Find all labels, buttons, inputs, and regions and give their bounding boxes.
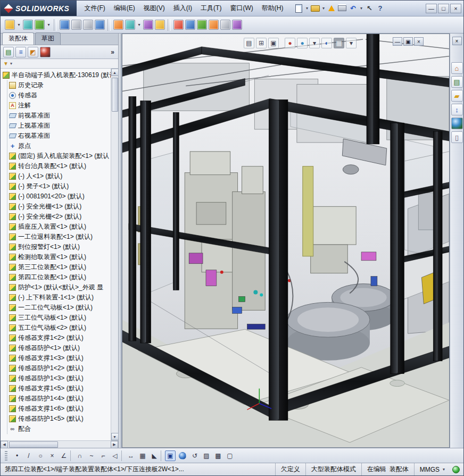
sketch-spline-icon[interactable]: ~ bbox=[86, 450, 97, 461]
tree-root-item[interactable]: 半自动端子插入机装配-130619 (默认 bbox=[3, 70, 111, 80]
smart-dimension-icon[interactable]: ↔ bbox=[126, 450, 136, 461]
section-view-icon[interactable]: ▩ bbox=[213, 450, 223, 461]
open-dropdown-icon[interactable]: ▾ bbox=[321, 4, 326, 13]
mate-icon[interactable] bbox=[23, 20, 33, 30]
tree-item[interactable]: (固定) 插入机底架装配<1> (默认 bbox=[9, 151, 111, 161]
explode-line-sketch-icon[interactable] bbox=[185, 20, 195, 30]
rotate-component-icon[interactable] bbox=[83, 20, 93, 30]
rebuild-alert-icon[interactable] bbox=[327, 4, 336, 13]
resource-monitor-icon[interactable] bbox=[452, 466, 460, 473]
measure-icon[interactable] bbox=[209, 20, 219, 30]
filter-funnel-icon[interactable]: ▼ bbox=[3, 61, 9, 66]
smart-fasteners-icon[interactable] bbox=[60, 20, 70, 30]
document-restore-button[interactable]: ▣ bbox=[403, 37, 413, 46]
toolbar-separator[interactable] bbox=[54, 19, 57, 31]
3d-contentcentral-icon[interactable]: ● bbox=[451, 118, 463, 129]
toolbar-separator[interactable] bbox=[107, 19, 111, 31]
tree-item[interactable]: 插座压入装置<1> (默认) bbox=[9, 222, 111, 232]
scroll-right-button[interactable]: ▶ bbox=[111, 441, 118, 448]
tree-item[interactable]: 右视基准面 bbox=[9, 131, 111, 141]
tree-item[interactable]: 一工位退料装配<1> (默认) bbox=[9, 232, 111, 242]
tree-item[interactable]: 前视基准面 bbox=[9, 111, 111, 121]
hide-show-items-icon[interactable]: ◐ bbox=[321, 38, 332, 48]
new-document-icon[interactable] bbox=[294, 4, 303, 13]
sketch-point-icon[interactable]: • bbox=[12, 450, 22, 461]
scroll-thumb-horizontal[interactable] bbox=[9, 441, 58, 448]
tree-item[interactable]: 传感器支撑1<3> (默认) bbox=[9, 353, 111, 363]
insert-component-icon[interactable] bbox=[5, 20, 15, 30]
show-hidden-components-icon[interactable] bbox=[95, 20, 105, 30]
tree-item[interactable]: 传感器 bbox=[9, 90, 111, 101]
tree-item[interactable]: 传感器防护1<4> (默认) bbox=[9, 394, 111, 404]
file-explorer-icon[interactable]: ▰ bbox=[451, 90, 463, 102]
display-style-dropdown-icon[interactable]: ▾ bbox=[309, 38, 320, 48]
sketch-circle-icon[interactable]: ○ bbox=[35, 450, 46, 461]
mass-properties-icon[interactable] bbox=[220, 20, 230, 30]
document-minimize-button[interactable]: — bbox=[393, 37, 402, 46]
tree-item[interactable]: 一二工位气动板<1> (默认) bbox=[9, 303, 111, 313]
menu-item[interactable]: 编辑(E) bbox=[110, 1, 139, 15]
new-motion-study-icon[interactable] bbox=[143, 20, 153, 30]
menu-item[interactable]: 工具(T) bbox=[196, 1, 226, 15]
grid-snap-icon[interactable]: ▦ bbox=[137, 450, 148, 461]
display-style-icon[interactable]: ● bbox=[297, 38, 308, 48]
tree-item[interactable]: 传感器支撑1<6> (默认) bbox=[9, 404, 111, 414]
toolbar-separator[interactable] bbox=[168, 19, 171, 31]
tree-item[interactable]: 配合 bbox=[9, 424, 111, 434]
zoom-to-area-icon[interactable]: ⊞ bbox=[256, 38, 267, 48]
shaded-with-edges-icon[interactable]: ▣ bbox=[165, 450, 176, 461]
tree-item[interactable]: 防护<1> (默认<默认>_外观 显 bbox=[9, 282, 111, 293]
tree-item[interactable]: 传感器防护1<5> (默认) bbox=[9, 414, 111, 424]
tree-item[interactable]: 传感器支撑1<5> (默认) bbox=[9, 383, 111, 394]
menu-item[interactable]: 文件(F) bbox=[80, 1, 109, 15]
bottom-toolbar-separator[interactable] bbox=[121, 450, 125, 461]
previous-view-icon[interactable]: ▣ bbox=[268, 38, 279, 48]
select-pointer-icon[interactable]: ↖ bbox=[364, 4, 374, 13]
toolbar-drag-handle[interactable] bbox=[5, 451, 7, 461]
tree-item[interactable]: (-) 安全光栅<1> (默认) bbox=[9, 202, 111, 212]
full-screen-icon[interactable]: ▢ bbox=[225, 450, 235, 461]
tree-item[interactable]: 上视基准面 bbox=[9, 121, 111, 131]
status-units[interactable]: MMGS ▾ bbox=[414, 463, 450, 475]
panel-overflow-button[interactable]: » bbox=[111, 48, 115, 56]
menu-item[interactable]: 视图(V) bbox=[139, 1, 169, 15]
tree-item[interactable]: 传感器防护1<3> (默认) bbox=[9, 373, 111, 383]
open-icon[interactable] bbox=[310, 4, 320, 13]
tree-item[interactable]: 传感器支撑1<2> (默认) bbox=[9, 333, 111, 343]
tree-item[interactable]: 到位报警灯<1> (默认) bbox=[9, 242, 111, 252]
tree-item[interactable]: 传感器防护<1> (默认) bbox=[9, 343, 111, 353]
image-capture-icon[interactable]: ▨ bbox=[201, 450, 212, 461]
bill-of-materials-icon[interactable] bbox=[155, 20, 165, 30]
sketch-arc-icon[interactable]: ∩ bbox=[74, 450, 85, 461]
reference-geometry-dropdown-icon[interactable]: ▾ bbox=[137, 20, 142, 30]
sketch-line-icon[interactable]: / bbox=[23, 450, 34, 461]
apply-scene-icon[interactable]: ▦ bbox=[334, 38, 344, 48]
maximize-button[interactable]: □ bbox=[438, 4, 449, 13]
exploded-view-icon[interactable] bbox=[173, 20, 184, 30]
panel-tab[interactable]: 草图 bbox=[35, 32, 61, 45]
insert-component-dropdown-icon[interactable]: ▾ bbox=[16, 20, 21, 30]
close-button[interactable]: × bbox=[450, 4, 461, 13]
menu-item[interactable]: 窗口(W) bbox=[226, 1, 257, 15]
undo-icon[interactable]: ↶ bbox=[348, 4, 358, 13]
headsup-separator[interactable] bbox=[280, 38, 283, 48]
sketch-fillet-icon[interactable]: ⌐ bbox=[98, 450, 109, 461]
sketch-angle-icon[interactable]: ∠ bbox=[59, 450, 69, 461]
sketch-trim-icon[interactable]: × bbox=[47, 450, 57, 461]
menu-item[interactable]: 帮助(H) bbox=[258, 1, 288, 15]
tree-item[interactable]: 注解 bbox=[9, 101, 111, 111]
assembly-features-icon[interactable] bbox=[113, 20, 123, 30]
tree-item[interactable]: (-) 0081901<20> (默认) bbox=[9, 191, 111, 202]
tree-item[interactable]: (-) 上下料装置-1<1> (默认) bbox=[9, 293, 111, 303]
chamfer-icon[interactable]: ◣ bbox=[149, 450, 160, 461]
design-library-icon[interactable]: ▤ bbox=[451, 76, 463, 88]
tree-item[interactable]: (-) 安全光栅<2> (默认) bbox=[9, 212, 111, 222]
bottom-toolbar-separator[interactable] bbox=[161, 450, 164, 461]
tree-horizontal-scrollbar[interactable]: ◀ ▶ bbox=[1, 440, 118, 448]
sketch-mirror-icon[interactable]: ◁ bbox=[110, 450, 120, 461]
tree-item[interactable]: 原点 bbox=[9, 141, 111, 151]
interference-detection-icon[interactable] bbox=[197, 20, 207, 30]
scroll-up-button[interactable]: ▲ bbox=[111, 69, 119, 76]
configurationmanager-icon[interactable]: ◩ bbox=[28, 47, 38, 57]
panel-tab[interactable]: 装配体 bbox=[2, 32, 34, 45]
